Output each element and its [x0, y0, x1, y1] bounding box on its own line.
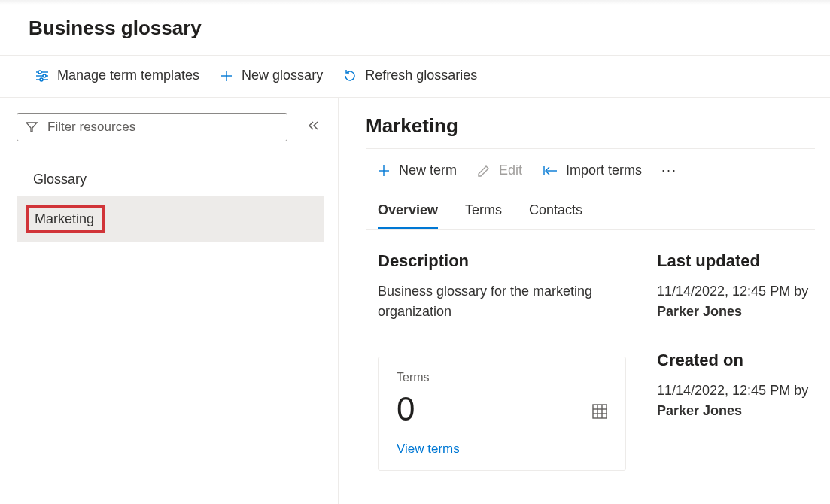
filter-input-wrap: [17, 113, 287, 141]
plus-icon: [219, 68, 234, 83]
edit-button: Edit: [475, 159, 524, 181]
terms-count: 0: [397, 390, 610, 428]
import-icon: [542, 163, 558, 178]
command-bar: Manage term templates New glossary Refre…: [0, 56, 830, 97]
tree-item-label: Glossary: [33, 172, 87, 187]
last-updated-value: 11/14/2022, 12:45 PM by Parker Jones: [657, 281, 815, 322]
refresh-glossaries-button[interactable]: Refresh glossaries: [341, 65, 479, 87]
chevron-double-left-icon: [307, 120, 321, 135]
page-title: Business glossary: [29, 17, 801, 40]
svg-rect-13: [593, 405, 607, 418]
new-term-button[interactable]: New term: [375, 159, 458, 181]
ellipsis-icon: ···: [661, 162, 677, 178]
refresh-label: Refresh glossaries: [365, 68, 477, 83]
svg-marker-8: [26, 123, 37, 132]
import-terms-button[interactable]: Import terms: [540, 159, 643, 181]
created-on-value: 11/14/2022, 12:45 PM by Parker Jones: [657, 381, 815, 421]
tree-item-glossary[interactable]: Glossary: [17, 162, 324, 196]
description-text: Business glossary for the marketing orga…: [378, 281, 630, 322]
sliders-icon: [35, 68, 50, 83]
manage-term-templates-button[interactable]: Manage term templates: [33, 65, 201, 87]
refresh-icon: [342, 68, 357, 83]
tab-overview[interactable]: Overview: [378, 202, 438, 229]
tree-item-label: Marketing: [35, 211, 94, 226]
manage-templates-label: Manage term templates: [57, 68, 199, 83]
terms-card: Terms 0 View terms: [378, 357, 626, 471]
filter-resources-input[interactable]: [17, 113, 287, 141]
tab-terms[interactable]: Terms: [465, 202, 502, 229]
plus-icon: [376, 163, 391, 178]
more-actions-button[interactable]: ···: [660, 159, 679, 181]
tab-contacts[interactable]: Contacts: [529, 202, 582, 229]
sidebar: Glossary Marketing: [0, 98, 339, 504]
svg-point-1: [38, 71, 41, 74]
tab-bar: Overview Terms Contacts: [366, 192, 815, 230]
new-term-label: New term: [399, 162, 457, 178]
glossary-tree: Glossary Marketing: [17, 162, 324, 242]
created-on-heading: Created on: [657, 351, 815, 370]
detail-command-bar: New term Edit Import terms ·: [366, 149, 830, 192]
import-label: Import terms: [566, 162, 642, 178]
new-glossary-button[interactable]: New glossary: [217, 65, 324, 87]
detail-title: Marketing: [366, 114, 830, 148]
last-updated-heading: Last updated: [657, 251, 815, 271]
collapse-sidebar-button[interactable]: [304, 116, 324, 139]
new-glossary-label: New glossary: [242, 68, 323, 83]
edit-label: Edit: [499, 162, 522, 178]
tree-item-marketing[interactable]: Marketing: [17, 196, 324, 242]
svg-point-5: [40, 78, 43, 81]
pencil-icon: [476, 163, 491, 178]
detail-pane: Marketing New term Edit: [339, 98, 830, 504]
description-heading: Description: [378, 251, 630, 271]
view-terms-link[interactable]: View terms: [397, 442, 460, 457]
terms-card-title: Terms: [397, 371, 610, 384]
svg-point-3: [43, 74, 46, 77]
grid-icon: [591, 402, 609, 423]
